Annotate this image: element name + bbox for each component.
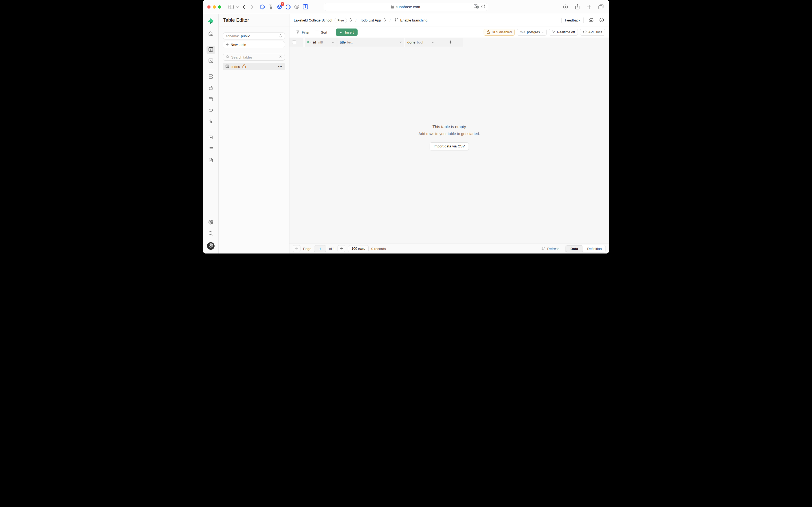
password-manager-extension-icon[interactable] [285, 4, 291, 10]
nav-rail [203, 14, 219, 253]
sidebar-menu-chevron[interactable] [235, 3, 239, 11]
new-tab-button[interactable] [585, 3, 593, 11]
sidebar-item-database[interactable] [207, 73, 215, 81]
downloads-button[interactable] [562, 3, 569, 11]
project-name[interactable]: Todo List App [360, 18, 381, 22]
refresh-button[interactable]: Refresh [540, 246, 561, 251]
help-button[interactable] [598, 17, 605, 24]
terminal-icon [208, 58, 214, 64]
page-title: Table Editor [223, 17, 249, 23]
chevron-down-icon [541, 30, 544, 34]
extension-buttons: ♥ @ I [259, 4, 308, 10]
schema-value: public [241, 34, 250, 38]
realtime-toggle-button[interactable]: Realtime off [549, 29, 578, 36]
package-extension-icon[interactable]: ♥ [277, 4, 283, 10]
user-icon [209, 243, 213, 249]
sidebar-item-api-docs[interactable] [207, 156, 215, 165]
minimize-window-button[interactable] [213, 5, 216, 9]
empty-state-title: This table is empty [432, 124, 466, 129]
search-tables-box[interactable] [223, 54, 285, 61]
sort-icon [315, 30, 319, 35]
auth-lock-icon [208, 85, 214, 92]
table-editor-sidebar: Table Editor schema: public New table [219, 14, 289, 253]
page-number-input[interactable] [314, 245, 326, 252]
empty-state: This table is empty Add rows to your tab… [289, 38, 609, 243]
tab-data[interactable]: Data [566, 245, 583, 252]
back-button[interactable] [240, 3, 247, 11]
chevrons-down-icon [279, 55, 282, 59]
reload-icon[interactable] [481, 4, 485, 10]
inbox-icon [589, 17, 594, 23]
next-page-button[interactable] [338, 245, 345, 252]
sidebar-item-edge-functions[interactable] [207, 107, 215, 115]
address-bar[interactable]: supabase.com A 文 [324, 3, 488, 11]
rows-per-page-button[interactable]: 100 rows [348, 245, 369, 252]
new-table-button[interactable]: New table [223, 41, 285, 48]
git-branch-icon [394, 18, 398, 23]
supabase-logo[interactable] [207, 17, 215, 26]
arrow-left-icon [295, 247, 298, 251]
project-switcher-chevrons-icon[interactable] [384, 18, 386, 22]
browser-toolbar: ♥ @ I [203, 0, 609, 14]
schema-select[interactable]: schema: public [223, 33, 285, 40]
notifications-button[interactable] [588, 17, 594, 23]
chevron-down-icon [236, 6, 239, 8]
arrow-right-icon [340, 247, 343, 251]
sidebar-icon [229, 5, 234, 9]
back-icon [242, 5, 245, 9]
share-button[interactable] [574, 3, 581, 11]
user-avatar[interactable] [207, 242, 215, 250]
sidebar-item-search[interactable] [207, 230, 215, 238]
sidebar-item-storage[interactable] [207, 95, 215, 104]
page-label: Page [303, 247, 311, 251]
plus-icon [226, 43, 229, 47]
zoom-window-button[interactable] [218, 5, 221, 9]
edge-functions-icon [208, 108, 214, 114]
page-of-label: of 1 [329, 247, 335, 251]
table-item-menu-button[interactable]: ••• [278, 65, 283, 69]
sidebar-item-realtime[interactable] [207, 118, 215, 126]
plus-icon [587, 5, 591, 9]
insert-button[interactable]: Insert [336, 29, 358, 36]
previous-page-button[interactable] [293, 245, 300, 252]
import-csv-button[interactable]: Import data via CSV [429, 142, 469, 150]
close-window-button[interactable] [207, 5, 211, 9]
help-circle-icon [599, 17, 604, 23]
org-name[interactable]: Lakefield College School [294, 18, 332, 22]
sidebar-item-authentication[interactable] [207, 84, 215, 93]
table-list-item-todos[interactable]: todos ••• [223, 63, 285, 70]
new-table-label: New table [231, 43, 246, 47]
grammar-extension-icon[interactable]: @ [294, 4, 300, 10]
code-icon [583, 30, 587, 34]
role-select[interactable]: role postgres [517, 29, 547, 36]
sidebar-toggle-button[interactable] [227, 3, 235, 11]
forward-icon [250, 5, 253, 9]
sidebar-item-home[interactable] [207, 30, 215, 39]
breadcrumb: Lakefield College School Free / Todo Lis… [289, 14, 609, 27]
enable-branching-label: Enable branching [400, 18, 427, 22]
timer-extension-icon[interactable] [259, 4, 265, 10]
forward-button[interactable] [248, 3, 255, 11]
api-docs-button[interactable]: API Docs [580, 29, 605, 36]
filter-button[interactable]: Filter [293, 29, 312, 36]
sidebar-item-sql-editor[interactable] [207, 57, 215, 65]
sort-button[interactable]: Sort [312, 29, 330, 36]
sidebar-item-settings[interactable] [207, 218, 215, 227]
table-grid-icon [225, 64, 229, 69]
rls-disabled-button[interactable]: RLS disabled [483, 29, 515, 36]
tab-overview-button[interactable] [597, 3, 605, 11]
enable-branching-button[interactable]: Enable branching [394, 18, 427, 23]
cleaner-extension-icon[interactable] [268, 4, 274, 10]
reader-extension-icon[interactable]: I [302, 4, 308, 10]
search-tables-input[interactable] [231, 55, 277, 59]
browser-window: ♥ @ I [203, 0, 609, 253]
sidebar-item-logs[interactable] [207, 145, 215, 154]
sidebar-item-table-editor[interactable] [207, 46, 215, 54]
feedback-button[interactable]: Feedback [562, 17, 584, 24]
tab-definition[interactable]: Definition [583, 247, 605, 251]
sidebar-item-reports[interactable] [207, 134, 215, 142]
org-switcher-chevrons-icon[interactable] [349, 18, 352, 22]
breadcrumb-separator: / [354, 18, 358, 22]
data-grid: id int8 title text done [289, 38, 609, 243]
translate-icon[interactable]: A 文 [474, 4, 479, 10]
